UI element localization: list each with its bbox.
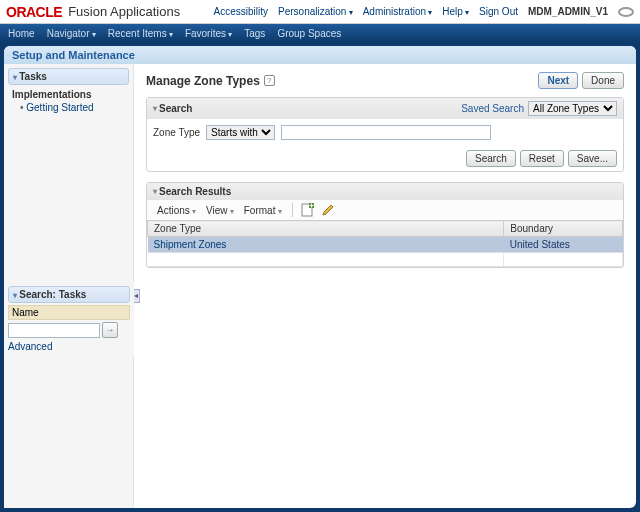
saved-search-select[interactable]: All Zone Types [528, 101, 617, 116]
name-label: Name [8, 305, 130, 320]
search-button[interactable]: Search [466, 150, 516, 167]
search-panel: Search Saved Search All Zone Types Zone … [146, 97, 624, 172]
view-menu[interactable]: View [202, 205, 238, 216]
create-icon[interactable] [301, 203, 315, 217]
nav-tags[interactable]: Tags [244, 28, 265, 39]
cell-boundary: United States [504, 237, 623, 253]
zone-type-input[interactable] [281, 125, 491, 140]
task-link-getting-started[interactable]: Getting Started [8, 102, 129, 113]
nav-home[interactable]: Home [8, 28, 35, 39]
app-name: Fusion Applications [68, 4, 180, 19]
search-tasks-input[interactable] [8, 323, 100, 338]
personalization-menu[interactable]: Personalization [278, 6, 353, 17]
page-title: Manage Zone Types [146, 74, 260, 88]
search-panel-title: Search [159, 103, 192, 114]
table-row-empty [148, 253, 623, 267]
save-button[interactable]: Save... [568, 150, 617, 167]
col-boundary[interactable]: Boundary [504, 221, 623, 237]
oracle-logo: ORACLE [6, 4, 62, 20]
next-button[interactable]: Next [538, 72, 578, 89]
nav-bar: Home Navigator Recent Items Favorites Ta… [0, 24, 640, 42]
tasks-section-header[interactable]: Tasks [8, 68, 129, 85]
nav-spaces[interactable]: Group Spaces [277, 28, 341, 39]
col-zone-type[interactable]: Zone Type [148, 221, 504, 237]
search-tasks-header[interactable]: Search: Tasks [8, 286, 130, 303]
results-panel-title: Search Results [159, 186, 231, 197]
reset-button[interactable]: Reset [520, 150, 564, 167]
nav-favorites[interactable]: Favorites [185, 28, 232, 39]
administration-menu[interactable]: Administration [363, 6, 433, 17]
operator-select[interactable]: Starts with [206, 125, 275, 140]
table-row[interactable]: Shipment Zones United States [148, 237, 623, 253]
advanced-link[interactable]: Advanced [8, 341, 130, 352]
done-button[interactable]: Done [582, 72, 624, 89]
results-panel: Search Results Actions View Format [146, 182, 624, 268]
zone-type-label: Zone Type [153, 127, 200, 138]
help-menu[interactable]: Help [442, 6, 469, 17]
nav-recent[interactable]: Recent Items [108, 28, 173, 39]
format-menu[interactable]: Format [240, 205, 286, 216]
user-label: MDM_ADMIN_V1 [528, 6, 608, 17]
search-tasks-go-button[interactable]: → [102, 322, 118, 338]
brand-swoosh-icon [618, 7, 634, 17]
main-area: Manage Zone Types ? Next Done Search Sav… [134, 64, 636, 508]
task-group: Implementations [8, 87, 129, 102]
edit-icon[interactable] [321, 203, 335, 217]
toolbar-separator [292, 203, 293, 217]
top-bar: ORACLE Fusion Applications Accessibility… [0, 0, 640, 24]
signout-link[interactable]: Sign Out [479, 6, 518, 17]
search-tasks-panel: Search: Tasks Name → Advanced [4, 282, 134, 356]
nav-navigator[interactable]: Navigator [47, 28, 96, 39]
accessibility-link[interactable]: Accessibility [214, 6, 268, 17]
help-icon[interactable]: ? [264, 75, 275, 86]
setup-header: Setup and Maintenance [4, 46, 636, 64]
actions-menu[interactable]: Actions [153, 205, 200, 216]
saved-search-label: Saved Search [461, 103, 524, 114]
cell-zone-type: Shipment Zones [148, 237, 504, 253]
results-table: Zone Type Boundary Shipment Zones United… [147, 220, 623, 267]
